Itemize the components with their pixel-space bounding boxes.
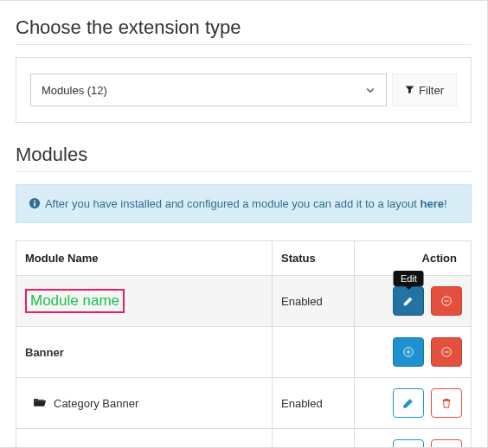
svg-rect-2 [34,201,35,202]
info-icon [29,197,41,209]
column-header-status: Status [273,241,355,276]
edit-button[interactable] [393,388,424,418]
chevron-down-icon [365,85,376,95]
edit-tooltip: Edit [394,271,424,286]
uninstall-button[interactable] [431,286,462,316]
module-status: Enabled [273,276,355,327]
plus-circle-icon [402,346,414,358]
module-status: Enabled [273,378,355,429]
minus-circle-icon [440,346,453,358]
info-alert-link[interactable]: here [421,197,444,210]
svg-rect-1 [34,202,35,206]
extension-type-select-label: Modules (12) [42,84,107,97]
module-status: Enabled [273,429,355,449]
edit-button[interactable]: Edit [393,286,424,316]
section-title-extension-type: Choose the extension type [16,16,472,45]
table-row: Category Banner Enabled [16,378,472,429]
extension-filter-panel: Modules (12) Filter [16,57,472,123]
filter-button[interactable]: Filter [392,74,457,106]
table-row: Banner [16,327,472,378]
info-alert: After you have installed and configured … [16,184,472,223]
edit-button[interactable] [393,439,424,448]
extension-type-select[interactable]: Modules (12) [30,74,387,106]
module-name: Banner [16,327,273,378]
filter-icon [405,84,414,97]
uninstall-button[interactable] [431,337,462,367]
pencil-icon [402,295,414,307]
pencil-icon [402,397,414,409]
minus-circle-icon [440,295,453,307]
delete-button[interactable] [431,388,462,418]
module-status [273,327,355,378]
column-header-name: Module Name [16,241,273,276]
filter-button-label: Filter [419,84,444,97]
table-row: Homepage Manufacturers Enabled [16,429,472,449]
module-child-name: Category Banner [54,397,138,410]
folder-open-icon [34,397,47,410]
info-alert-text: After you have installed and configured … [45,197,421,210]
section-title-modules: Modules [16,144,472,172]
trash-icon [440,397,453,409]
table-row: Module name Enabled Edit [16,276,472,327]
add-button[interactable] [393,337,424,367]
info-alert-suffix: ! [444,197,447,210]
delete-button[interactable] [431,439,462,448]
modules-table: Module Name Status Action Module name En… [16,240,472,448]
module-name-highlighted: Module name [25,289,125,313]
